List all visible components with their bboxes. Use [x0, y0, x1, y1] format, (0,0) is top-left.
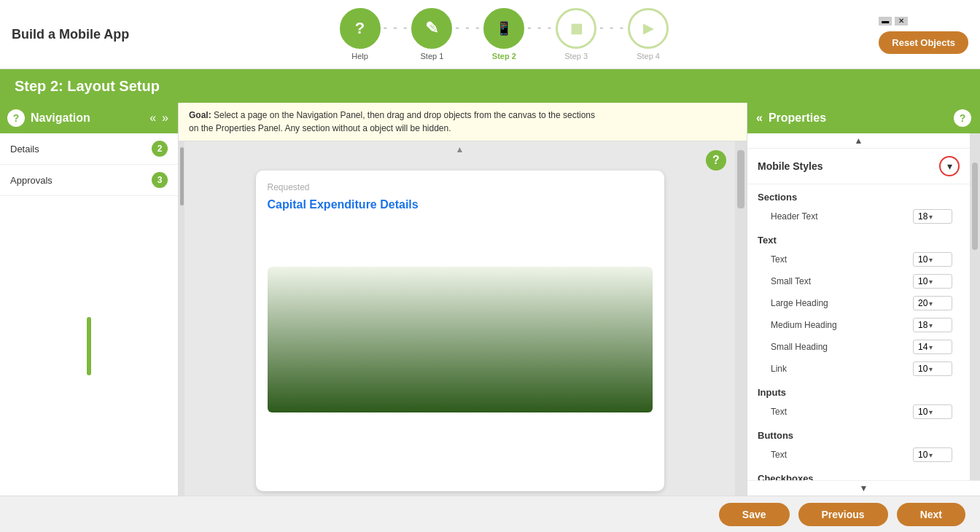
step-4-label: Step 4	[637, 52, 660, 60]
text-value-3: 18	[918, 320, 928, 330]
canvas-right-scrollbar-thumb	[737, 150, 744, 208]
text-row-5: Link 10 ▾	[747, 358, 970, 380]
text-select-2[interactable]: 20 ▾	[913, 296, 952, 310]
text-section-label: Text	[747, 227, 970, 249]
text-value-5: 10	[918, 364, 928, 374]
goal-text1: Select a page on the Navigation Panel, t…	[214, 110, 595, 120]
chevron-down-icon: ▾	[929, 343, 933, 351]
chevron-down-icon: ▾	[929, 213, 933, 221]
connector-2: - - -	[455, 21, 481, 34]
reset-objects-button[interactable]: Reset Objects	[879, 31, 968, 54]
properties-panel: « Properties ? ▲ Mobile Styles ▾	[747, 103, 980, 496]
step-header-title: Step 2: Layout Setup	[15, 78, 160, 95]
props-help-button[interactable]: ?	[954, 109, 971, 127]
inputs-value-0: 10	[918, 407, 928, 417]
buttons-row-0-label: Text	[771, 450, 787, 460]
chevron-down-icon: ▾	[929, 300, 933, 308]
inputs-select-0[interactable]: 10 ▾	[913, 404, 952, 419]
nav-item-approvals-badge: 3	[152, 172, 168, 188]
text-row-3-label: Medium Heading	[771, 320, 837, 330]
close-button[interactable]: ✕	[895, 17, 908, 26]
chevron-down-icon: ▾	[929, 365, 933, 373]
save-button[interactable]: Save	[719, 503, 790, 526]
text-row-1: Small Text 10 ▾	[747, 270, 970, 292]
text-row-1-label: Small Text	[771, 276, 811, 286]
text-row-2: Large Heading 20 ▾	[747, 292, 970, 314]
props-content: ▲ Mobile Styles ▾ Sections Header Text	[747, 133, 970, 487]
props-body: ▲ Mobile Styles ▾ Sections Header Text	[747, 133, 980, 496]
nav-item-approvals-label: Approvals	[10, 175, 52, 186]
canvas-right-scrollbar[interactable]	[735, 141, 747, 496]
nav-item-details[interactable]: Details 2	[0, 133, 178, 165]
nav-arrow-left[interactable]: «	[147, 112, 158, 125]
canvas-help-button[interactable]: ?	[706, 150, 726, 171]
mobile-styles-toggle-button[interactable]: ▾	[939, 156, 960, 176]
inputs-row-0: Text 10 ▾	[747, 401, 970, 423]
mobile-canvas: Requested Capital Expenditure Details	[256, 171, 664, 491]
buttons-select-0[interactable]: 10 ▾	[913, 447, 952, 462]
props-title: Properties	[769, 112, 948, 125]
canvas-scroll: ? ▲ Requested Capital Expenditure Detail…	[184, 141, 735, 496]
bottom-bar: Save Previous Next	[0, 496, 980, 532]
minimize-button[interactable]: ▬	[879, 17, 892, 26]
top-bar: Build a Mobile App ? Help - - - ✎ Step 1…	[0, 0, 980, 69]
chevron-down-icon: ▾	[929, 256, 933, 264]
header-text-row: Header Text 18 ▾	[747, 206, 970, 227]
left-scrollbar-thumb	[180, 147, 184, 206]
step-2[interactable]: 📱 Step 2	[483, 8, 524, 60]
text-select-0[interactable]: 10 ▾	[913, 252, 952, 267]
step-help[interactable]: ? Help	[340, 8, 381, 60]
previous-button[interactable]: Previous	[798, 503, 888, 526]
mobile-styles-title: Mobile Styles	[758, 160, 822, 172]
left-scrollbar	[179, 141, 184, 496]
text-row-3: Medium Heading 18 ▾	[747, 314, 970, 336]
chevron-down-icon: ▼	[860, 483, 868, 493]
mobile-styles-header: Mobile Styles ▾	[747, 149, 970, 184]
props-arrows-icon: «	[756, 112, 763, 125]
text-select-5[interactable]: 10 ▾	[913, 361, 952, 376]
nav-help-button[interactable]: ?	[7, 109, 25, 127]
goal-text2: on the Properties Panel. Any section wit…	[189, 123, 451, 133]
goal-bar: Goal: Select a page on the Navigation Pa…	[179, 103, 747, 141]
text-row-5-label: Link	[771, 364, 787, 374]
header-text-label: Header Text	[771, 211, 817, 222]
canvas-empty-space	[268, 223, 653, 267]
connector-3: - - -	[527, 21, 553, 34]
props-scroll-down-area: ▼	[747, 480, 980, 496]
main-content: ? Navigation « » Details 2 Approvals 3 G…	[0, 103, 980, 496]
inputs-row-0-label: Text	[771, 407, 787, 417]
chevron-down-icon: ▾	[929, 321, 933, 329]
header-text-value: 18	[918, 211, 928, 222]
step-4-circle: ▶	[628, 8, 669, 49]
buttons-row-0: Text 10 ▾	[747, 444, 970, 466]
next-button[interactable]: Next	[897, 503, 965, 526]
nav-item-approvals[interactable]: Approvals 3	[0, 165, 178, 196]
text-value-1: 10	[918, 276, 928, 286]
sections-label: Sections	[747, 184, 970, 206]
props-scroll-up-area: ▲	[747, 133, 970, 149]
canvas-outer: ? ▲ Requested Capital Expenditure Detail…	[179, 141, 747, 496]
step-4[interactable]: ▶ Step 4	[628, 8, 669, 60]
nav-item-details-label: Details	[10, 144, 39, 154]
navigation-panel: ? Navigation « » Details 2 Approvals 3	[0, 103, 179, 496]
props-scrollbar[interactable]	[970, 133, 980, 487]
step-3[interactable]: ▦ Step 3	[556, 8, 596, 60]
step-1[interactable]: ✎ Step 1	[411, 8, 452, 60]
step-1-circle: ✎	[411, 8, 452, 49]
nav-title: Navigation	[31, 112, 141, 125]
canvas-scroll-area[interactable]: Requested Capital Expenditure Details	[184, 157, 735, 496]
canvas-scroll-up: ▲	[184, 141, 735, 157]
app-title: Build a Mobile App	[12, 27, 129, 42]
connector-4: - - -	[599, 21, 625, 34]
text-select-1[interactable]: 10 ▾	[913, 274, 952, 289]
step-header: Step 2: Layout Setup	[0, 69, 980, 103]
nav-arrow-right[interactable]: »	[160, 112, 171, 125]
canvas-area: Goal: Select a page on the Navigation Pa…	[179, 103, 747, 496]
text-row-0-label: Text	[771, 254, 787, 265]
text-select-4[interactable]: 14 ▾	[913, 340, 952, 354]
text-row-4: Small Heading 14 ▾	[747, 336, 970, 358]
text-row-2-label: Large Heading	[771, 298, 828, 308]
header-text-select[interactable]: 18 ▾	[913, 209, 952, 224]
step-2-label: Step 2	[492, 52, 516, 60]
text-select-3[interactable]: 18 ▾	[913, 318, 952, 332]
